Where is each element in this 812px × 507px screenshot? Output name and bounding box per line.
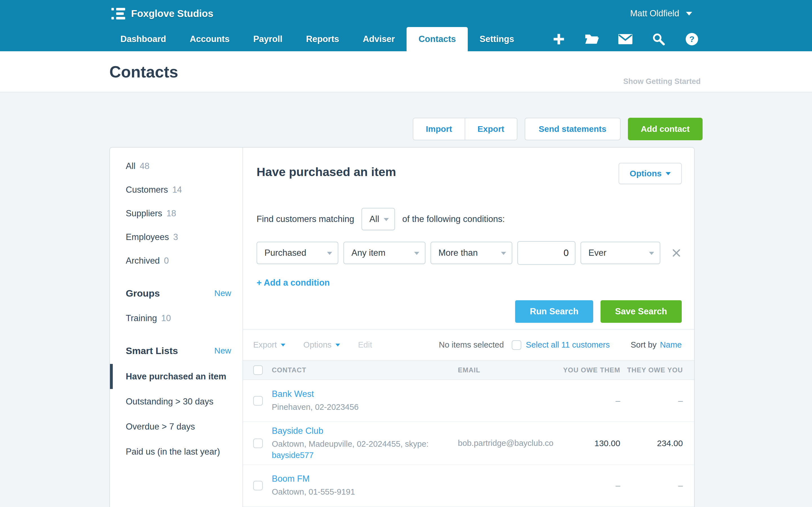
- run-search-button[interactable]: Run Search: [515, 300, 593, 323]
- save-search-button[interactable]: Save Search: [601, 300, 682, 323]
- contact-actions: Import Export Send statements Add contac…: [413, 118, 703, 140]
- tab-reports[interactable]: Reports: [294, 27, 351, 51]
- sidebar-item-archived[interactable]: Archived 0: [110, 249, 243, 273]
- condition-period-select[interactable]: Ever: [580, 242, 660, 264]
- select-all-link[interactable]: Select all 11 customers: [526, 340, 610, 349]
- table-header: CONTACT EMAIL YOU OWE THEM THEY OWE YOU: [243, 361, 694, 380]
- results-export-menu[interactable]: Export: [253, 340, 285, 349]
- import-button[interactable]: Import: [413, 118, 464, 140]
- selection-status: No items selected: [439, 340, 504, 349]
- add-contact-button[interactable]: Add contact: [628, 118, 703, 140]
- groups-heading: Groups New: [110, 280, 243, 306]
- smart-list-paid-us[interactable]: Paid us (in the last year): [110, 439, 243, 464]
- smart-list-have-purchased[interactable]: Have purchased an item: [110, 364, 243, 389]
- sidebar-item-training[interactable]: Training 10: [110, 306, 243, 330]
- tab-accounts[interactable]: Accounts: [178, 27, 241, 51]
- count-badge: 14: [172, 185, 182, 195]
- sort-by-label: Sort by: [631, 340, 657, 349]
- plus-icon[interactable]: [552, 32, 566, 47]
- send-statements-button[interactable]: Send statements: [525, 118, 620, 140]
- condition-row: Purchased Any item More than 0 Ever: [257, 241, 682, 265]
- smart-list-outstanding[interactable]: Outstanding > 30 days: [110, 389, 243, 414]
- main-nav: Dashboard Accounts Payroll Reports Advis…: [0, 27, 812, 51]
- match-prefix-label: Find customers matching: [257, 214, 354, 224]
- tab-adviser[interactable]: Adviser: [351, 27, 407, 51]
- contact-name-link[interactable]: Bayside Club: [272, 426, 451, 436]
- contact-name-link[interactable]: Bank West: [272, 389, 451, 399]
- you-owe-them-value: 130.00: [557, 439, 620, 448]
- remove-condition-icon[interactable]: [671, 247, 682, 258]
- contacts-card: All 48 Customers 14 Suppliers 18 Employe…: [109, 147, 695, 507]
- count-badge: 48: [140, 161, 149, 171]
- count-badge: 18: [166, 209, 176, 219]
- contacts-sidebar: All 48 Customers 14 Suppliers 18 Employe…: [110, 148, 243, 507]
- count-badge: 0: [164, 256, 169, 266]
- contact-details-link[interactable]: bayside577: [272, 451, 313, 460]
- chevron-down-icon: [384, 218, 389, 221]
- page-header: Contacts Show Getting Started: [0, 51, 812, 93]
- sidebar-item-employees[interactable]: Employees 3: [110, 225, 243, 249]
- contact-name-link[interactable]: Boom FM: [272, 474, 451, 484]
- sort-value-link[interactable]: Name: [660, 340, 682, 349]
- condition-value-input[interactable]: 0: [517, 241, 575, 265]
- smart-list-title: Have purchased an item: [257, 163, 396, 179]
- organisation-name[interactable]: Foxglove Studios: [131, 8, 213, 19]
- column-you-owe-them: YOU OWE THEM: [557, 366, 620, 374]
- top-bar: Foxglove Studios Matt Oldfield Dashboard…: [0, 0, 812, 51]
- svg-text:?: ?: [689, 34, 695, 44]
- brand[interactable]: Foxglove Studios: [111, 0, 213, 27]
- chevron-down-icon: [501, 252, 506, 255]
- select-all-checkbox[interactable]: [512, 340, 521, 350]
- contact-details: Oaktown, Madeupville, 02-2024455, skype:: [272, 439, 428, 448]
- column-they-owe-you: THEY OWE YOU: [620, 366, 683, 374]
- mail-icon[interactable]: [618, 32, 633, 47]
- tab-contacts[interactable]: Contacts: [407, 27, 468, 51]
- sidebar-item-customers[interactable]: Customers 14: [110, 178, 243, 202]
- match-type-select[interactable]: All: [361, 208, 395, 230]
- search-builder: Have purchased an item Options Find cust…: [243, 148, 694, 330]
- chevron-down-icon: [281, 344, 285, 346]
- chevron-down-icon: [414, 252, 419, 255]
- results-toolbar: Export Options Edit No items selected Se…: [243, 330, 694, 361]
- folder-icon[interactable]: [585, 32, 599, 47]
- contact-details: Oaktown, 01-555-9191: [272, 487, 355, 496]
- header-checkbox[interactable]: [253, 365, 263, 375]
- export-button[interactable]: Export: [465, 118, 517, 140]
- user-menu[interactable]: Matt Oldfield: [630, 0, 692, 27]
- table-row: Bayside Club Oaktown, Madeupville, 02-20…: [243, 422, 694, 465]
- new-group-link[interactable]: New: [214, 288, 231, 298]
- smart-lists-heading: Smart Lists New: [110, 337, 243, 364]
- count-badge: 10: [161, 313, 171, 323]
- condition-item-select[interactable]: Any item: [343, 242, 425, 264]
- condition-operator-select[interactable]: More than: [430, 242, 512, 264]
- table-row: Boom FM Oaktown, 01-555-9191 – –: [243, 465, 694, 507]
- sidebar-item-all[interactable]: All 48: [110, 154, 243, 178]
- column-contact: CONTACT: [272, 366, 458, 374]
- results-options-menu[interactable]: Options: [303, 340, 340, 349]
- chevron-down-icon: [666, 172, 671, 175]
- condition-field-select[interactable]: Purchased: [257, 242, 338, 264]
- show-getting-started-link[interactable]: Show Getting Started: [623, 77, 701, 86]
- sidebar-item-suppliers[interactable]: Suppliers 18: [110, 202, 243, 225]
- page-title: Contacts: [109, 62, 178, 81]
- row-checkbox[interactable]: [253, 481, 263, 490]
- row-checkbox[interactable]: [253, 439, 263, 448]
- help-icon[interactable]: ?: [684, 32, 699, 47]
- tab-dashboard[interactable]: Dashboard: [109, 27, 178, 51]
- search-icon[interactable]: [651, 32, 666, 47]
- contact-email: bob.partridge@bayclub.co: [458, 439, 557, 448]
- count-badge: 3: [173, 232, 178, 242]
- results-edit-button[interactable]: Edit: [358, 340, 372, 349]
- add-condition-link[interactable]: + Add a condition: [257, 278, 682, 288]
- smart-list-main: Have purchased an item Options Find cust…: [243, 148, 694, 507]
- tab-payroll[interactable]: Payroll: [241, 27, 294, 51]
- tab-settings[interactable]: Settings: [468, 27, 526, 51]
- table-row: Bank West Pinehaven, 02-2023456 – –: [243, 380, 694, 422]
- you-owe-them-value: –: [557, 396, 620, 406]
- you-owe-them-value: –: [557, 481, 620, 490]
- options-button[interactable]: Options: [619, 163, 682, 184]
- new-smart-list-link[interactable]: New: [214, 346, 231, 355]
- smart-list-overdue[interactable]: Overdue > 7 days: [110, 414, 243, 439]
- row-checkbox[interactable]: [253, 396, 263, 406]
- column-email: EMAIL: [458, 366, 557, 374]
